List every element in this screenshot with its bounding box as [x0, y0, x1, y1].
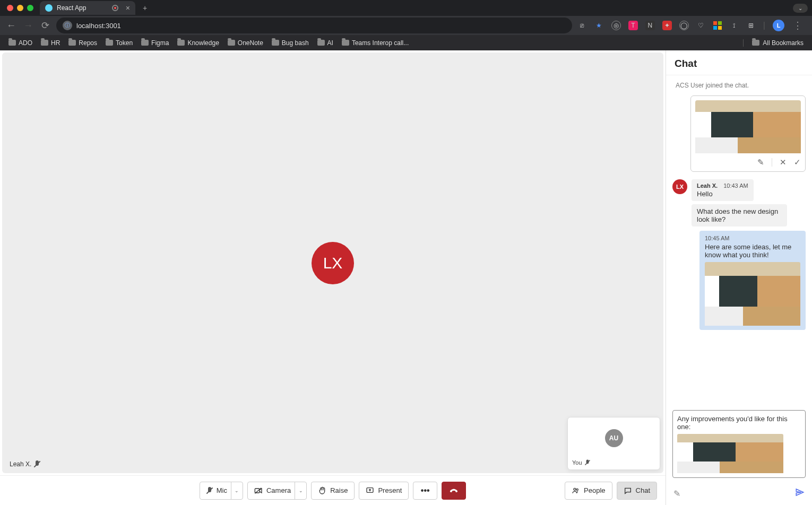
- extension-icon[interactable]: ✦: [662, 21, 672, 30]
- dismiss-icon[interactable]: ✕: [780, 158, 787, 167]
- hand-icon: [318, 486, 326, 495]
- message-bubble: Leah X. 10:43 AM Hello: [692, 179, 754, 201]
- folder-icon: [141, 40, 149, 46]
- folder-icon: [68, 40, 76, 46]
- nav-reload-icon[interactable]: ⟳: [39, 20, 51, 31]
- folder-icon: [317, 40, 325, 46]
- people-button[interactable]: People: [565, 482, 612, 500]
- folder-icon: [8, 40, 16, 46]
- extension-icon[interactable]: ◎: [611, 21, 621, 30]
- site-info-icon[interactable]: ⓘ: [63, 21, 72, 30]
- hangup-button[interactable]: [442, 482, 466, 500]
- camera-button[interactable]: Camera ⌄: [247, 482, 307, 500]
- address-bar: ← → ⟳ ⓘ localhost:3001 ⎚ ★ ◎ T N ✦ ◯ ♡ ⟟…: [0, 16, 812, 35]
- address-right: ⎚ ★ ◎ T N ✦ ◯ ♡ ⟟ ⊞ | L ⋮: [577, 20, 807, 31]
- url-text: localhost:3001: [76, 22, 121, 30]
- pending-image-card: ✎ ✕ ✓: [690, 95, 806, 172]
- bookmark-folder[interactable]: Token: [106, 39, 133, 47]
- bookmark-folder[interactable]: Repos: [68, 39, 97, 47]
- right-control-group: People Chat: [565, 482, 657, 500]
- svg-point-3: [574, 488, 576, 490]
- bookmark-star-icon[interactable]: ★: [594, 21, 604, 30]
- send-icon: [795, 487, 805, 497]
- new-tab-button[interactable]: +: [143, 4, 147, 12]
- muted-mic-icon: [34, 460, 40, 468]
- extension-icon[interactable]: ◯: [679, 21, 689, 30]
- extension-icon[interactable]: T: [628, 21, 638, 30]
- bookmark-folder[interactable]: Bug bash: [272, 39, 309, 47]
- window-close[interactable]: [7, 5, 13, 11]
- chat-toggle-button[interactable]: Chat: [617, 482, 657, 500]
- message-text: What does the new design look like?: [697, 207, 782, 223]
- profile-avatar[interactable]: L: [773, 20, 784, 31]
- folder-icon: [106, 40, 113, 46]
- call-control-bar: Mic ⌄ Camera ⌄ Raise Present •••: [0, 475, 666, 505]
- self-avatar: AU: [605, 429, 623, 447]
- browser-menu-icon[interactable]: ⋮: [792, 20, 804, 31]
- window-maximize[interactable]: [27, 5, 33, 11]
- bookmark-folder[interactable]: HR: [41, 39, 60, 47]
- nav-back-icon[interactable]: ←: [5, 20, 17, 31]
- more-options-button[interactable]: •••: [413, 482, 437, 500]
- window-controls: [7, 5, 33, 11]
- bookmark-folder[interactable]: Knowledge: [177, 39, 219, 47]
- message-meta: Leah X. 10:43 AM: [697, 182, 748, 189]
- extensions-puzzle-icon[interactable]: ⊞: [746, 21, 756, 30]
- tab-strip: React App × + ⌄: [0, 0, 812, 16]
- microsoft-icon[interactable]: [713, 21, 722, 30]
- message-outgoing: 10:45 AM Here are some ideas, let me kno…: [672, 231, 806, 330]
- window-minimize[interactable]: [17, 5, 23, 11]
- attachment-image[interactable]: [705, 262, 800, 326]
- mic-button[interactable]: Mic ⌄: [200, 482, 243, 500]
- all-bookmarks[interactable]: All Bookmarks: [743, 39, 804, 47]
- message-bubble: What does the new design look like?: [692, 204, 787, 227]
- folder-icon: [228, 40, 235, 46]
- composer-attachment-image[interactable]: [677, 434, 783, 473]
- sender-avatar: LX: [672, 179, 687, 194]
- hangup-icon: [448, 485, 459, 496]
- url-field[interactable]: ⓘ localhost:3001: [56, 18, 572, 33]
- extension-icon[interactable]: ♡: [696, 21, 706, 30]
- svg-point-4: [576, 489, 578, 490]
- present-button[interactable]: Present: [359, 482, 409, 500]
- send-button[interactable]: [795, 487, 805, 500]
- extension-icon[interactable]: ⟟: [729, 21, 739, 30]
- bookmark-folder[interactable]: Teams Interop call...: [342, 39, 409, 47]
- react-favicon-icon: [45, 4, 53, 12]
- folder-icon: [177, 40, 185, 46]
- system-message: ACS User joined the chat.: [672, 82, 806, 89]
- bookmark-folder[interactable]: ADO: [8, 39, 32, 47]
- tabs-overflow-icon[interactable]: ⌄: [793, 4, 808, 13]
- video-stage: LX Leah X. AU You: [2, 53, 663, 473]
- browser-tab[interactable]: React App ×: [40, 1, 135, 15]
- bookmark-folder[interactable]: OneNote: [228, 39, 263, 47]
- folder-icon: [41, 40, 48, 46]
- raise-hand-button[interactable]: Raise: [311, 482, 355, 500]
- bookmark-folder[interactable]: Figma: [141, 39, 169, 47]
- composer-text[interactable]: Any improvements you'd like for this one…: [677, 415, 801, 431]
- bookmark-folder[interactable]: AI: [317, 39, 333, 47]
- close-tab-icon[interactable]: ×: [126, 4, 130, 12]
- pending-actions: ✎ ✕ ✓: [695, 158, 801, 167]
- cast-icon[interactable]: ⎚: [577, 21, 587, 30]
- camera-options-caret[interactable]: ⌄: [295, 482, 306, 499]
- ellipsis-icon: •••: [421, 486, 430, 495]
- message-text: Hello: [697, 190, 748, 198]
- self-label: You: [572, 459, 591, 466]
- mic-options-caret[interactable]: ⌄: [231, 482, 243, 499]
- edit-pen-icon[interactable]: ✎: [757, 158, 764, 167]
- video-area: LX Leah X. AU You Mic ⌄ Camera: [0, 50, 666, 505]
- attachment-image[interactable]: [695, 100, 801, 153]
- message-bubble: 10:45 AM Here are some ideas, let me kno…: [699, 231, 806, 330]
- self-preview[interactable]: AU You: [567, 417, 660, 470]
- extension-icon[interactable]: N: [645, 21, 655, 30]
- folder-icon: [272, 40, 279, 46]
- chat-icon: [624, 486, 632, 495]
- confirm-icon[interactable]: ✓: [794, 158, 801, 167]
- chat-body[interactable]: ACS User joined the chat. ✎ ✕ ✓ LX Leah …: [666, 75, 812, 407]
- message-composer[interactable]: Any improvements you'd like for this one…: [672, 410, 806, 478]
- participant-avatar: LX: [312, 242, 354, 284]
- participant-name-label: Leah X.: [10, 460, 40, 468]
- camera-off-icon: [254, 486, 263, 495]
- format-pen-icon[interactable]: ✎: [673, 489, 680, 499]
